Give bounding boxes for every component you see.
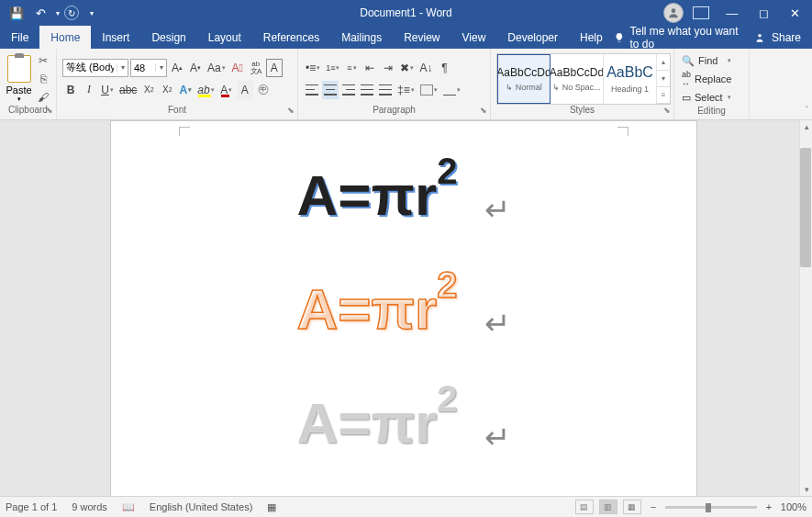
- document-body[interactable]: A=πr2 ↵ A=πr2 ↵ A=πr2 ↵: [184, 152, 623, 452]
- close-button[interactable]: ✕: [781, 2, 808, 24]
- redo-icon[interactable]: ↻: [64, 6, 79, 20]
- italic-button[interactable]: I: [81, 81, 97, 99]
- bold-button[interactable]: B: [62, 81, 79, 99]
- bullets-button[interactable]: •≡▾: [304, 59, 322, 77]
- save-icon[interactable]: 💾: [6, 2, 28, 24]
- highlight-button[interactable]: ab▾: [195, 81, 216, 99]
- tab-help[interactable]: Help: [569, 26, 614, 49]
- find-button[interactable]: 🔍Find▾: [680, 52, 733, 69]
- read-mode-button[interactable]: ▤: [575, 500, 594, 514]
- styles-launcher[interactable]: ⬊: [662, 106, 672, 115]
- gallery-up[interactable]: ▴: [657, 54, 670, 71]
- inc-indent-button[interactable]: ⇥: [380, 59, 396, 77]
- text-effects-button[interactable]: A▾: [177, 81, 194, 99]
- tab-insert[interactable]: Insert: [91, 26, 140, 49]
- tab-references[interactable]: References: [252, 26, 330, 49]
- borders-button[interactable]: ▾: [441, 81, 462, 99]
- grow-font-button[interactable]: A▴: [169, 59, 185, 77]
- tab-file[interactable]: File: [0, 26, 39, 49]
- shrink-font-button[interactable]: A▾: [187, 59, 204, 77]
- font-size-input[interactable]: [131, 60, 155, 76]
- cut-icon[interactable]: ✂: [36, 53, 50, 68]
- scroll-thumb[interactable]: [800, 148, 811, 267]
- select-button[interactable]: ▭Select▾: [680, 89, 733, 106]
- spellcheck-icon[interactable]: 📖: [122, 501, 135, 513]
- chevron-down-icon[interactable]: ▾: [117, 63, 128, 72]
- tab-view[interactable]: View: [451, 26, 497, 49]
- font-launcher[interactable]: ⬊: [286, 106, 295, 115]
- account-avatar[interactable]: [663, 3, 684, 23]
- paste-button[interactable]: Paste ▾: [6, 55, 32, 103]
- page[interactable]: A=πr2 ↵ A=πr2 ↵ A=πr2 ↵: [110, 120, 697, 496]
- asian-layout-button[interactable]: ✖▾: [398, 59, 416, 77]
- gallery-down[interactable]: ▾: [657, 71, 670, 87]
- zoom-in-button[interactable]: +: [762, 501, 775, 512]
- undo-icon[interactable]: ↶: [29, 2, 51, 24]
- sort-button[interactable]: A↓: [417, 59, 434, 77]
- underline-button[interactable]: U▾: [99, 81, 116, 99]
- share-button[interactable]: Share: [753, 31, 801, 44]
- zoom-slider[interactable]: [665, 506, 757, 509]
- web-layout-button[interactable]: ▦: [623, 500, 641, 514]
- tab-review[interactable]: Review: [393, 26, 450, 49]
- text-line-1[interactable]: A=πr2: [297, 152, 458, 224]
- phonetic-guide-button[interactable]: ab文A: [248, 59, 264, 77]
- tab-layout[interactable]: Layout: [197, 26, 252, 49]
- text-line-3[interactable]: A=πr2: [297, 380, 458, 452]
- paragraph-launcher[interactable]: ⬊: [479, 106, 488, 115]
- subscript-button[interactable]: X2: [140, 81, 157, 99]
- maximize-button[interactable]: ◻: [750, 2, 777, 24]
- align-right-button[interactable]: [340, 81, 357, 99]
- qat-customize-caret[interactable]: ▾: [81, 2, 103, 24]
- align-left-button[interactable]: [304, 81, 320, 99]
- format-painter-icon[interactable]: 🖌: [36, 90, 50, 105]
- font-size-combo[interactable]: ▾: [130, 59, 167, 77]
- gallery-more[interactable]: ≡: [657, 87, 670, 104]
- word-count[interactable]: 9 words: [72, 501, 107, 512]
- macro-icon[interactable]: ▦: [267, 501, 276, 513]
- page-indicator[interactable]: Page 1 of 1: [6, 501, 57, 512]
- font-name-input[interactable]: [63, 60, 117, 76]
- superscript-button[interactable]: X2: [159, 81, 175, 99]
- change-case-button[interactable]: Aa▾: [206, 59, 228, 77]
- clear-formatting-button[interactable]: A⃠: [229, 59, 246, 77]
- line-spacing-button[interactable]: ‡≡▾: [395, 81, 417, 99]
- replace-button[interactable]: ab↔Replace: [680, 71, 733, 87]
- chevron-down-icon[interactable]: ▾: [155, 63, 166, 72]
- justify-button[interactable]: [359, 81, 375, 99]
- show-marks-button[interactable]: ¶: [436, 59, 452, 77]
- tell-me-search[interactable]: Tell me what you want to do: [614, 25, 744, 51]
- style-normal[interactable]: AaBbCcDd ↳ Normal: [497, 54, 551, 104]
- zoom-thumb[interactable]: [706, 503, 711, 512]
- align-center-button[interactable]: [322, 81, 339, 99]
- distribute-button[interactable]: [377, 81, 394, 99]
- minimize-button[interactable]: —: [718, 2, 746, 24]
- enclose-char-button[interactable]: ㊥: [255, 81, 272, 99]
- clipboard-launcher[interactable]: ⬊: [45, 106, 54, 115]
- style-heading1[interactable]: AaBbC Heading 1: [604, 54, 657, 104]
- char-shading-button[interactable]: A: [237, 81, 253, 99]
- dec-indent-button[interactable]: ⇤: [362, 59, 378, 77]
- font-name-combo[interactable]: ▾: [62, 59, 128, 77]
- tab-design[interactable]: Design: [140, 26, 196, 49]
- multilevel-button[interactable]: ≡▾: [343, 59, 360, 77]
- ribbon-display-icon[interactable]: [687, 2, 715, 24]
- undo-caret[interactable]: ▾: [53, 2, 62, 24]
- vertical-scrollbar[interactable]: ▴ ▾: [799, 120, 812, 496]
- shading-button[interactable]: ▾: [418, 81, 439, 99]
- copy-icon[interactable]: ⎘: [36, 72, 50, 86]
- numbering-button[interactable]: 1≡▾: [324, 59, 341, 77]
- language-indicator[interactable]: English (United States): [150, 501, 253, 512]
- zoom-level[interactable]: 100%: [781, 501, 806, 512]
- print-layout-button[interactable]: ▥: [599, 500, 617, 514]
- zoom-out-button[interactable]: −: [647, 501, 660, 512]
- font-color-button[interactable]: A▾: [218, 81, 235, 99]
- collapse-ribbon-button[interactable]: ˇ: [806, 106, 808, 116]
- text-line-2[interactable]: A=πr2: [297, 266, 458, 338]
- tab-home[interactable]: Home: [39, 26, 91, 49]
- tab-mailings[interactable]: Mailings: [330, 26, 393, 49]
- scroll-down-icon[interactable]: ▾: [800, 483, 812, 496]
- style-no-spacing[interactable]: AaBbCcDd ↳ No Spac...: [551, 54, 604, 104]
- strikethrough-button[interactable]: abc: [117, 81, 139, 99]
- char-border-button[interactable]: A: [266, 59, 283, 77]
